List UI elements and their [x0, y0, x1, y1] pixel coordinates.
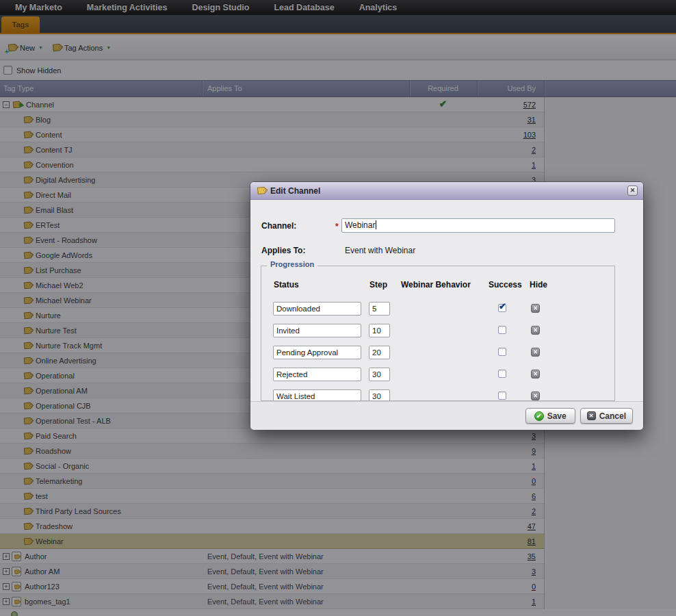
cancel-button-label: Cancel [599, 411, 626, 421]
applies-to-label: Applies To: [261, 246, 305, 255]
save-check-icon: ✔ [534, 411, 544, 421]
edit-channel-dialog: Edit Channel ✕ Channel: * Webinar Applie… [250, 181, 644, 430]
step-input[interactable] [369, 389, 390, 401]
channel-input[interactable]: Webinar [341, 218, 615, 233]
status-input[interactable] [273, 302, 361, 316]
success-checkbox[interactable] [498, 348, 506, 356]
hide-button[interactable]: ✕ [531, 370, 540, 378]
cancel-button[interactable]: ✕ Cancel [580, 408, 633, 424]
success-checkbox[interactable] [498, 392, 506, 400]
step-input[interactable] [369, 324, 390, 337]
save-button-label: Save [547, 411, 567, 421]
hide-button[interactable]: ✕ [531, 348, 540, 357]
status-input[interactable] [273, 324, 361, 337]
save-button[interactable]: ✔ Save [525, 408, 575, 424]
step-input[interactable] [369, 346, 390, 359]
step-input[interactable] [369, 368, 390, 381]
success-checkbox[interactable] [498, 370, 506, 378]
channel-input-value: Webinar [345, 220, 375, 230]
hide-button[interactable]: ✕ [531, 304, 540, 313]
dialog-header[interactable]: Edit Channel ✕ [250, 182, 643, 200]
column-header-step: Step [369, 280, 387, 290]
progression-fieldset: Status Step Webinar Behavior Success Hid… [261, 266, 615, 401]
close-icon[interactable]: ✕ [627, 185, 638, 196]
column-header-success: Success [489, 280, 522, 290]
channel-label: Channel: [261, 221, 296, 231]
text-cursor [376, 220, 376, 229]
cancel-x-icon: ✕ [587, 411, 596, 420]
checkmark-icon: ✔ [499, 301, 506, 311]
column-header-status: Status [274, 280, 299, 290]
step-input[interactable] [369, 302, 390, 316]
success-checkbox[interactable]: ✔ [498, 304, 506, 312]
status-input[interactable] [273, 368, 361, 381]
required-asterisk: * [335, 222, 339, 231]
applies-to-value: Event with Webinar [345, 246, 415, 255]
tag-icon [254, 183, 268, 198]
column-header-hide: Hide [530, 280, 547, 290]
hide-button[interactable]: ✕ [531, 392, 540, 400]
success-checkbox[interactable] [498, 326, 506, 334]
hide-button[interactable]: ✕ [531, 326, 540, 335]
tag-icon [256, 185, 266, 196]
dialog-title: Edit Channel [270, 186, 320, 196]
status-input[interactable] [273, 346, 361, 359]
progression-legend: Progression [267, 260, 317, 268]
status-input[interactable] [273, 389, 361, 401]
dialog-footer: ✔ Save ✕ Cancel [250, 401, 643, 430]
column-header-webinar-behavior: Webinar Behavior [401, 280, 471, 290]
